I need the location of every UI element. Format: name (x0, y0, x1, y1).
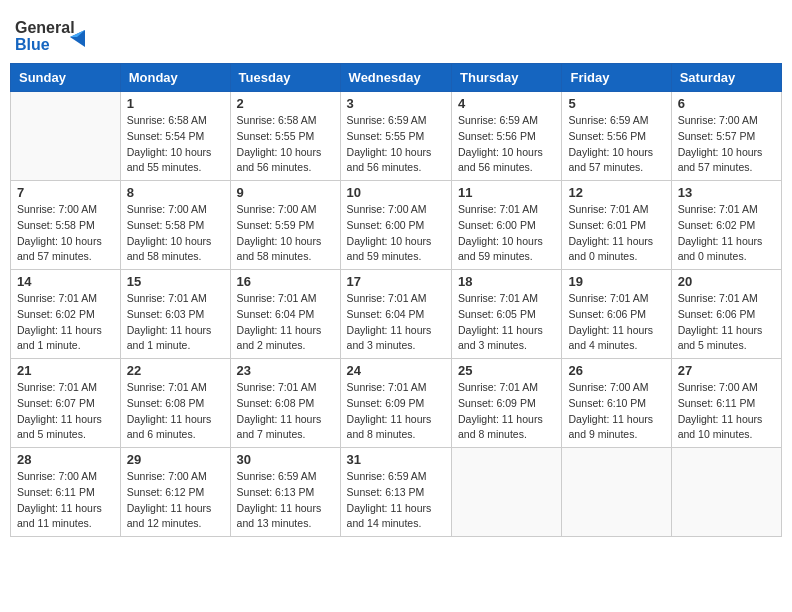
calendar-cell: 31Sunrise: 6:59 AMSunset: 6:13 PMDayligh… (340, 448, 451, 537)
calendar-cell: 28Sunrise: 7:00 AMSunset: 6:11 PMDayligh… (11, 448, 121, 537)
day-number: 21 (17, 363, 114, 378)
calendar-cell: 13Sunrise: 7:01 AMSunset: 6:02 PMDayligh… (671, 181, 781, 270)
weekday-header-row: SundayMondayTuesdayWednesdayThursdayFrid… (11, 64, 782, 92)
day-number: 1 (127, 96, 224, 111)
logo: General Blue (15, 15, 85, 55)
day-number: 19 (568, 274, 664, 289)
day-number: 3 (347, 96, 445, 111)
day-info: Sunrise: 6:59 AMSunset: 6:13 PMDaylight:… (347, 469, 445, 532)
day-info: Sunrise: 7:00 AMSunset: 6:12 PMDaylight:… (127, 469, 224, 532)
day-info: Sunrise: 6:59 AMSunset: 5:55 PMDaylight:… (347, 113, 445, 176)
weekday-header-saturday: Saturday (671, 64, 781, 92)
day-number: 13 (678, 185, 775, 200)
calendar-cell: 27Sunrise: 7:00 AMSunset: 6:11 PMDayligh… (671, 359, 781, 448)
day-number: 26 (568, 363, 664, 378)
calendar-cell: 12Sunrise: 7:01 AMSunset: 6:01 PMDayligh… (562, 181, 671, 270)
day-number: 27 (678, 363, 775, 378)
weekday-header-tuesday: Tuesday (230, 64, 340, 92)
calendar-week-row: 1Sunrise: 6:58 AMSunset: 5:54 PMDaylight… (11, 92, 782, 181)
day-number: 30 (237, 452, 334, 467)
day-info: Sunrise: 6:59 AMSunset: 5:56 PMDaylight:… (458, 113, 555, 176)
weekday-header-sunday: Sunday (11, 64, 121, 92)
day-number: 10 (347, 185, 445, 200)
calendar-cell: 8Sunrise: 7:00 AMSunset: 5:58 PMDaylight… (120, 181, 230, 270)
calendar-cell: 6Sunrise: 7:00 AMSunset: 5:57 PMDaylight… (671, 92, 781, 181)
day-number: 7 (17, 185, 114, 200)
page-header: General Blue (10, 10, 782, 55)
day-info: Sunrise: 6:58 AMSunset: 5:54 PMDaylight:… (127, 113, 224, 176)
day-info: Sunrise: 7:00 AMSunset: 5:57 PMDaylight:… (678, 113, 775, 176)
day-info: Sunrise: 7:01 AMSunset: 6:09 PMDaylight:… (347, 380, 445, 443)
calendar-cell: 18Sunrise: 7:01 AMSunset: 6:05 PMDayligh… (452, 270, 562, 359)
weekday-header-thursday: Thursday (452, 64, 562, 92)
day-info: Sunrise: 6:59 AMSunset: 6:13 PMDaylight:… (237, 469, 334, 532)
day-info: Sunrise: 6:59 AMSunset: 5:56 PMDaylight:… (568, 113, 664, 176)
calendar-cell (562, 448, 671, 537)
day-number: 11 (458, 185, 555, 200)
day-number: 24 (347, 363, 445, 378)
calendar-cell: 22Sunrise: 7:01 AMSunset: 6:08 PMDayligh… (120, 359, 230, 448)
calendar-cell: 20Sunrise: 7:01 AMSunset: 6:06 PMDayligh… (671, 270, 781, 359)
calendar-cell: 19Sunrise: 7:01 AMSunset: 6:06 PMDayligh… (562, 270, 671, 359)
day-number: 25 (458, 363, 555, 378)
calendar-cell: 30Sunrise: 6:59 AMSunset: 6:13 PMDayligh… (230, 448, 340, 537)
day-info: Sunrise: 7:01 AMSunset: 6:05 PMDaylight:… (458, 291, 555, 354)
day-info: Sunrise: 7:01 AMSunset: 6:01 PMDaylight:… (568, 202, 664, 265)
calendar-week-row: 21Sunrise: 7:01 AMSunset: 6:07 PMDayligh… (11, 359, 782, 448)
day-info: Sunrise: 7:00 AMSunset: 6:11 PMDaylight:… (17, 469, 114, 532)
day-info: Sunrise: 7:01 AMSunset: 6:08 PMDaylight:… (237, 380, 334, 443)
day-number: 14 (17, 274, 114, 289)
calendar-cell: 7Sunrise: 7:00 AMSunset: 5:58 PMDaylight… (11, 181, 121, 270)
calendar-week-row: 28Sunrise: 7:00 AMSunset: 6:11 PMDayligh… (11, 448, 782, 537)
day-info: Sunrise: 7:01 AMSunset: 6:08 PMDaylight:… (127, 380, 224, 443)
day-info: Sunrise: 7:01 AMSunset: 6:09 PMDaylight:… (458, 380, 555, 443)
calendar-cell (452, 448, 562, 537)
day-number: 22 (127, 363, 224, 378)
calendar-week-row: 14Sunrise: 7:01 AMSunset: 6:02 PMDayligh… (11, 270, 782, 359)
day-number: 4 (458, 96, 555, 111)
calendar-cell: 10Sunrise: 7:00 AMSunset: 6:00 PMDayligh… (340, 181, 451, 270)
calendar-table: SundayMondayTuesdayWednesdayThursdayFrid… (10, 63, 782, 537)
day-number: 20 (678, 274, 775, 289)
calendar-cell: 21Sunrise: 7:01 AMSunset: 6:07 PMDayligh… (11, 359, 121, 448)
day-number: 8 (127, 185, 224, 200)
weekday-header-wednesday: Wednesday (340, 64, 451, 92)
logo-icon: General Blue (15, 15, 85, 55)
day-info: Sunrise: 7:01 AMSunset: 6:03 PMDaylight:… (127, 291, 224, 354)
calendar-cell: 4Sunrise: 6:59 AMSunset: 5:56 PMDaylight… (452, 92, 562, 181)
calendar-cell: 1Sunrise: 6:58 AMSunset: 5:54 PMDaylight… (120, 92, 230, 181)
calendar-cell: 14Sunrise: 7:01 AMSunset: 6:02 PMDayligh… (11, 270, 121, 359)
day-number: 18 (458, 274, 555, 289)
calendar-cell: 23Sunrise: 7:01 AMSunset: 6:08 PMDayligh… (230, 359, 340, 448)
calendar-cell: 24Sunrise: 7:01 AMSunset: 6:09 PMDayligh… (340, 359, 451, 448)
day-info: Sunrise: 7:01 AMSunset: 6:02 PMDaylight:… (678, 202, 775, 265)
day-info: Sunrise: 7:00 AMSunset: 5:59 PMDaylight:… (237, 202, 334, 265)
svg-text:General: General (15, 19, 75, 36)
calendar-cell: 26Sunrise: 7:00 AMSunset: 6:10 PMDayligh… (562, 359, 671, 448)
day-number: 29 (127, 452, 224, 467)
svg-text:Blue: Blue (15, 36, 50, 53)
day-info: Sunrise: 7:00 AMSunset: 5:58 PMDaylight:… (17, 202, 114, 265)
calendar-cell: 5Sunrise: 6:59 AMSunset: 5:56 PMDaylight… (562, 92, 671, 181)
weekday-header-monday: Monday (120, 64, 230, 92)
calendar-cell: 17Sunrise: 7:01 AMSunset: 6:04 PMDayligh… (340, 270, 451, 359)
day-number: 2 (237, 96, 334, 111)
day-info: Sunrise: 7:01 AMSunset: 6:04 PMDaylight:… (237, 291, 334, 354)
day-number: 17 (347, 274, 445, 289)
day-info: Sunrise: 7:00 AMSunset: 6:10 PMDaylight:… (568, 380, 664, 443)
day-info: Sunrise: 7:00 AMSunset: 5:58 PMDaylight:… (127, 202, 224, 265)
day-number: 6 (678, 96, 775, 111)
day-info: Sunrise: 7:01 AMSunset: 6:07 PMDaylight:… (17, 380, 114, 443)
calendar-cell: 11Sunrise: 7:01 AMSunset: 6:00 PMDayligh… (452, 181, 562, 270)
calendar-cell: 2Sunrise: 6:58 AMSunset: 5:55 PMDaylight… (230, 92, 340, 181)
day-number: 16 (237, 274, 334, 289)
day-number: 23 (237, 363, 334, 378)
day-info: Sunrise: 7:01 AMSunset: 6:00 PMDaylight:… (458, 202, 555, 265)
calendar-cell: 29Sunrise: 7:00 AMSunset: 6:12 PMDayligh… (120, 448, 230, 537)
day-info: Sunrise: 7:01 AMSunset: 6:02 PMDaylight:… (17, 291, 114, 354)
calendar-cell: 16Sunrise: 7:01 AMSunset: 6:04 PMDayligh… (230, 270, 340, 359)
day-info: Sunrise: 7:01 AMSunset: 6:04 PMDaylight:… (347, 291, 445, 354)
day-number: 9 (237, 185, 334, 200)
day-info: Sunrise: 7:01 AMSunset: 6:06 PMDaylight:… (678, 291, 775, 354)
day-number: 5 (568, 96, 664, 111)
